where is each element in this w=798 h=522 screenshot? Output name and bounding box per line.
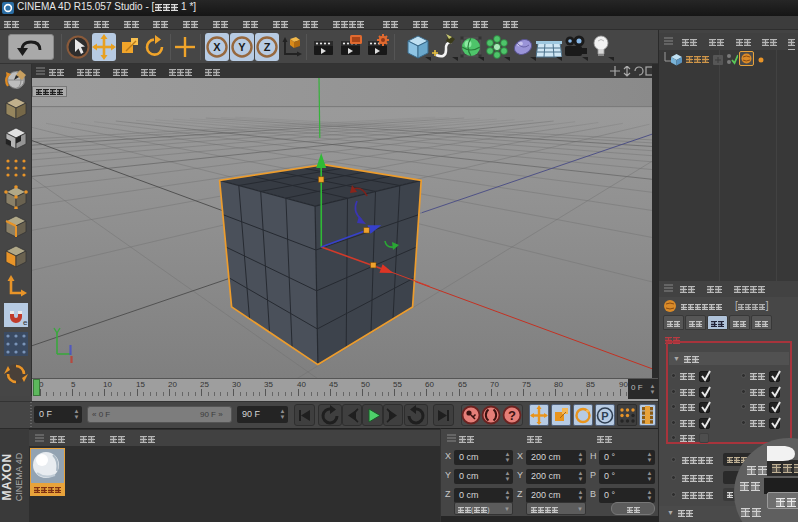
svg-text:e: e — [23, 318, 28, 327]
svg-text:?: ? — [508, 408, 516, 423]
svg-text:Y: Y — [238, 41, 246, 53]
svg-text:X: X — [213, 41, 221, 53]
svg-text:Z: Z — [264, 41, 271, 53]
svg-text:P: P — [601, 410, 608, 422]
